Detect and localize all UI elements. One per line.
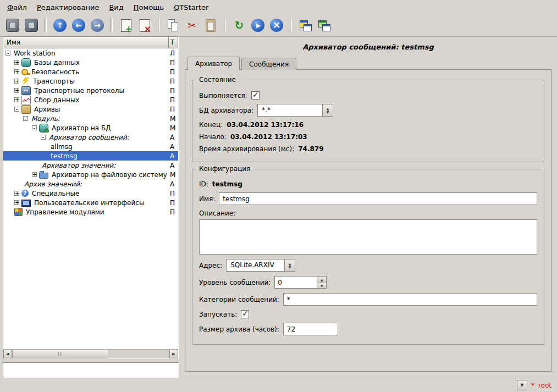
tree-row[interactable]: ТранспортыП <box>3 76 178 86</box>
save-to-db-button[interactable] <box>22 16 41 35</box>
tab-archiver[interactable]: Архиватор <box>187 57 240 70</box>
scrollbar-thumb[interactable] <box>12 350 108 358</box>
load-from-db-button[interactable] <box>3 16 22 35</box>
archive-size-input[interactable] <box>283 323 338 335</box>
id-label: ID: <box>199 180 208 188</box>
expand-expander-icon[interactable] <box>14 60 19 65</box>
spin-down-icon[interactable]: ▼ <box>317 283 326 288</box>
menu-item-4[interactable]: Помощь <box>129 1 169 14</box>
tree-row[interactable]: Архиватор значений:А <box>3 161 178 170</box>
tree-item-label: Модуль: <box>30 115 61 123</box>
tree-row[interactable]: Сбор данныхП <box>3 95 178 104</box>
start-icon <box>251 19 264 32</box>
tab-messages[interactable]: Сообщения <box>241 58 296 70</box>
tree-row[interactable]: testmsgА <box>3 151 178 161</box>
tree-header-name[interactable]: Имя <box>3 37 169 48</box>
address-combobox[interactable]: SQLite.ARXIV <box>226 259 295 272</box>
combo-arrows-icon[interactable] <box>284 260 295 271</box>
cut-item-button[interactable] <box>183 16 201 35</box>
tree-row[interactable]: allmsgА <box>3 142 178 151</box>
description-label: Описание: <box>199 209 235 217</box>
description-textarea[interactable] <box>199 219 537 255</box>
message-level-input[interactable] <box>275 277 317 288</box>
tree-filter-input[interactable] <box>3 362 179 378</box>
message-categories-input[interactable] <box>283 293 537 306</box>
db-archiver-icon <box>39 124 48 132</box>
tree-row[interactable]: Архиватор сообщений:А <box>3 132 178 142</box>
transports-icon <box>21 78 30 85</box>
tree-item-label: Архиватор значений: <box>41 162 117 169</box>
collapse-expander-icon[interactable] <box>23 116 28 121</box>
expand-expander-icon[interactable] <box>14 97 19 102</box>
delete-item-icon <box>140 19 150 32</box>
running-checkbox[interactable] <box>251 91 260 100</box>
refresh-button[interactable] <box>230 16 249 35</box>
tree-item-type: Л <box>169 49 178 57</box>
tree-row[interactable]: Управление модулямиП <box>3 207 178 217</box>
menu-item-2[interactable]: Редактирование <box>32 1 104 14</box>
scroll-right-arrow-icon[interactable]: ▶ <box>169 350 178 358</box>
expand-expander-icon[interactable] <box>32 172 37 177</box>
tree-row[interactable]: Базы данныхП <box>3 58 178 67</box>
current-user[interactable]: root <box>538 382 552 389</box>
menu-item-3[interactable]: Вид <box>104 1 128 14</box>
paste-item-button[interactable] <box>201 16 220 35</box>
horizontal-scrollbar[interactable]: ◀ ▶ <box>3 349 178 358</box>
collapse-expander-icon[interactable] <box>41 135 46 140</box>
tree-row[interactable]: Транспортные протоколыП <box>3 86 178 95</box>
refresh-icon <box>235 20 244 31</box>
vision-starter-button[interactable] <box>315 16 333 35</box>
combo-arrows-icon[interactable] <box>322 104 333 116</box>
scrollbar-track[interactable] <box>108 350 169 358</box>
tree-row[interactable]: Пользовательские интерфейсыП <box>3 198 178 207</box>
collapse-expander-icon[interactable] <box>32 125 37 130</box>
delete-item-button[interactable] <box>135 16 154 35</box>
tree-row[interactable]: АрхивыП <box>3 104 178 114</box>
tree-row[interactable]: Архиватор на файловую системуМ <box>3 170 178 179</box>
menu-item-5[interactable]: QTStarter <box>169 1 213 14</box>
expand-expander-icon[interactable] <box>14 79 19 84</box>
protocols-icon <box>21 86 31 95</box>
daq-icon <box>21 96 31 104</box>
forward-button[interactable] <box>88 16 107 35</box>
user-combo-arrow-icon[interactable] <box>517 380 527 390</box>
tree-row[interactable]: Архив значений:А <box>3 179 178 189</box>
expand-expander-icon[interactable] <box>14 191 19 196</box>
spin-up-icon[interactable]: ▲ <box>317 277 326 283</box>
up-button[interactable] <box>51 16 69 35</box>
toolbar-separator <box>111 18 113 32</box>
collapse-expander-icon[interactable] <box>14 107 19 112</box>
tree-item-label: Архив значений: <box>23 180 83 188</box>
expand-expander-icon[interactable] <box>14 200 19 205</box>
name-input[interactable] <box>219 192 537 205</box>
message-level-spinbox[interactable]: ▲ ▼ <box>274 276 327 289</box>
tree-item-type: П <box>169 208 178 216</box>
copy-item-button[interactable] <box>164 16 183 35</box>
expand-expander-icon[interactable] <box>14 88 19 93</box>
tree-item-type: А <box>169 143 178 151</box>
tree-item-type: А <box>169 134 178 141</box>
config-panel: Архиватор сообщений: testmsg АрхиваторСо… <box>182 36 554 378</box>
tree-item-type: П <box>169 78 178 85</box>
spin-buttons[interactable]: ▲ ▼ <box>317 277 326 288</box>
collapse-expander-icon[interactable] <box>5 51 10 56</box>
tree-row[interactable]: Архиватор на БДМ <box>3 123 178 132</box>
tree-row[interactable]: СпециальныеП <box>3 189 178 198</box>
add-item-button[interactable] <box>117 16 135 35</box>
tree-row[interactable]: БезопасностьП <box>3 67 178 76</box>
tree-row[interactable]: Модуль:М <box>3 114 178 123</box>
archiver-db-combobox[interactable]: *.* <box>257 104 333 117</box>
tree-row[interactable]: Work stationЛ <box>3 48 178 58</box>
navigation-panel: Имя Т Work stationЛБазы данныхПБезопасно… <box>3 36 179 378</box>
start-button[interactable] <box>249 16 267 35</box>
scroll-left-arrow-icon[interactable]: ◀ <box>3 350 12 358</box>
menu-item-1[interactable]: Файл <box>2 1 32 14</box>
tree-header-type[interactable]: Т <box>169 37 178 48</box>
stop-button[interactable] <box>267 16 286 35</box>
tree-item-label: Транспорты <box>32 78 76 85</box>
back-button[interactable] <box>69 16 88 35</box>
message-level-label: Уровень сообщений: <box>199 279 271 286</box>
to-start-checkbox[interactable] <box>241 310 249 318</box>
expand-expander-icon[interactable] <box>14 69 19 74</box>
qtcfg-starter-button[interactable] <box>296 16 315 35</box>
